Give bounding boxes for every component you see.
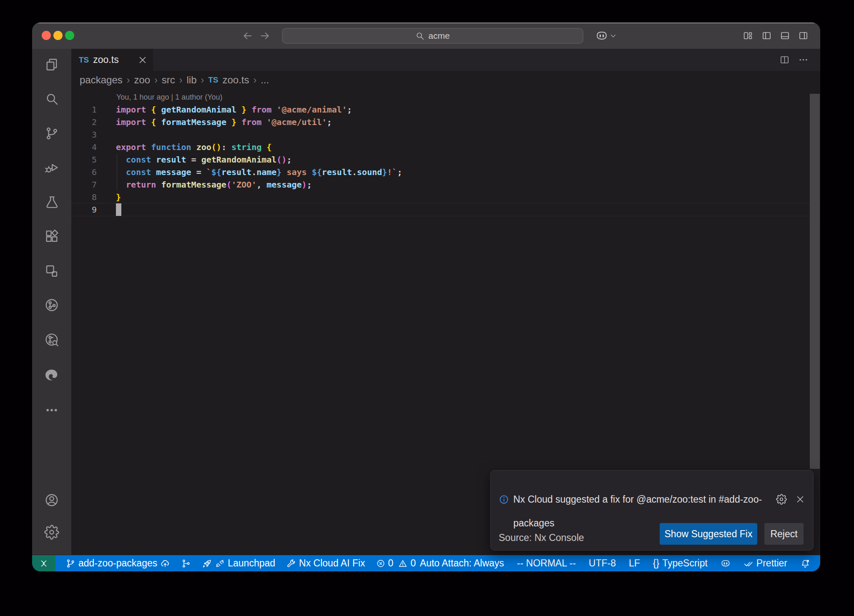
- toggle-panel-icon[interactable]: [780, 30, 790, 41]
- code-token: 'ZOO': [231, 180, 256, 190]
- search-value: acme: [428, 31, 450, 41]
- code-token: }: [382, 167, 387, 177]
- tab-zoo-ts[interactable]: TS zoo.ts: [71, 49, 153, 71]
- statusbar-vim-mode[interactable]: -- NORMAL --: [517, 558, 576, 569]
- statusbar-auto-attach[interactable]: Auto Attach: Always: [420, 558, 504, 569]
- customize-layout-icon[interactable]: [743, 30, 753, 41]
- code-token: (): [276, 155, 286, 165]
- statusbar-eol[interactable]: LF: [629, 558, 640, 569]
- check-all-icon: [743, 558, 754, 568]
- breadcrumb-file[interactable]: zoo.ts: [222, 74, 249, 86]
- testing-icon[interactable]: [44, 195, 59, 210]
- statusbar-copilot[interactable]: [721, 558, 731, 568]
- search-icon[interactable]: [44, 91, 59, 106]
- code-token: getRandomAnimal: [156, 105, 241, 115]
- code-line-9: 9: [71, 203, 820, 216]
- breadcrumb-lib[interactable]: lib: [186, 74, 196, 86]
- line-number: 3: [71, 128, 97, 141]
- code-line-6: 6 const message = `${result.name} says $…: [71, 166, 820, 178]
- line-number: 8: [71, 191, 97, 203]
- code-token: from: [236, 117, 266, 127]
- command-center-search[interactable]: acme: [282, 28, 583, 44]
- code-token: const: [116, 155, 156, 165]
- statusbar-nx-cloud-fix[interactable]: Nx Cloud AI Fix: [286, 558, 365, 569]
- code-token: ;: [307, 180, 312, 190]
- breadcrumb-packages[interactable]: packages: [80, 74, 123, 86]
- code-token: .: [352, 167, 357, 177]
- statusbar-language[interactable]: {} TypeScript: [653, 558, 708, 569]
- minimize-window-button[interactable]: [53, 31, 63, 40]
- remote-indicator[interactable]: [32, 555, 55, 571]
- code-line-5: 5 const result = getRandomAnimal();: [71, 153, 820, 166]
- branch-name: add-zoo-packages: [78, 558, 157, 569]
- code-token: ;: [327, 117, 332, 127]
- code-token: result: [322, 167, 352, 177]
- copilot-status-icon: [721, 558, 731, 568]
- code-token: getRandomAnimal: [201, 155, 277, 165]
- code-token: '@acme/animal': [276, 105, 347, 115]
- zoom-window-button[interactable]: [65, 31, 74, 40]
- code-line-8: 8}: [71, 191, 820, 203]
- code-line-7: 7 return formatMessage('ZOO', message);: [71, 178, 820, 191]
- code-token: =: [191, 167, 206, 177]
- edge-browser-icon[interactable]: [44, 368, 59, 383]
- statusbar-launchpad[interactable]: Launchpad: [202, 558, 275, 569]
- breadcrumb-separator: ›: [253, 75, 256, 86]
- statusbar-notifications[interactable]: [800, 558, 810, 568]
- code-token: function: [151, 142, 196, 152]
- breadcrumb-overflow[interactable]: ...: [261, 74, 269, 86]
- copilot-icon[interactable]: [595, 30, 608, 42]
- run-debug-icon[interactable]: [44, 160, 59, 175]
- extensions-icon[interactable]: [44, 229, 59, 244]
- search-icon: [415, 31, 424, 40]
- code-token: [261, 142, 266, 152]
- breadcrumb-separator: ›: [201, 75, 204, 86]
- tab-close-icon[interactable]: [138, 55, 148, 65]
- launchpad-label: Launchpad: [228, 558, 275, 569]
- close-window-button[interactable]: [42, 31, 51, 40]
- code-token: ): [302, 180, 307, 190]
- braces-icon: {}: [653, 558, 659, 569]
- forward-arrow-icon[interactable]: [259, 30, 271, 42]
- breadcrumb-separator: ›: [127, 75, 130, 86]
- graph-circle-icon[interactable]: [44, 298, 59, 313]
- toggle-primary-sidebar-icon[interactable]: [761, 30, 772, 41]
- reject-button[interactable]: Reject: [764, 523, 804, 545]
- statusbar-formatter[interactable]: Prettier: [743, 558, 787, 569]
- code-token: .: [251, 167, 256, 177]
- code-token: return: [116, 180, 161, 190]
- status-bar: add-zoo-packages Launchpad Nx Cloud AI F…: [32, 555, 820, 571]
- code-token: ${: [312, 167, 322, 177]
- source-control-icon[interactable]: [44, 126, 59, 141]
- statusbar-encoding[interactable]: UTF-8: [589, 558, 616, 569]
- graph-search-icon[interactable]: [44, 332, 59, 347]
- title-bar: acme: [32, 23, 820, 49]
- notification-settings-icon[interactable]: [776, 494, 787, 505]
- line-number: 7: [71, 178, 97, 191]
- auto-attach-label: Auto Attach: Always: [420, 558, 504, 569]
- statusbar-problems[interactable]: 0 0: [376, 558, 416, 569]
- windows-icon[interactable]: [44, 263, 59, 278]
- explorer-icon[interactable]: [44, 57, 59, 72]
- account-icon[interactable]: [44, 493, 59, 508]
- statusbar-branch[interactable]: add-zoo-packages: [65, 558, 170, 569]
- more-views-icon[interactable]: [44, 403, 59, 418]
- chevron-down-icon[interactable]: [610, 33, 617, 40]
- encoding-label: UTF-8: [589, 558, 616, 569]
- code-token: `: [206, 167, 211, 177]
- rocket-icon: [202, 558, 212, 568]
- git-branch-icon: [65, 558, 75, 568]
- show-suggested-fix-button[interactable]: Show Suggested Fix: [660, 523, 757, 545]
- breadcrumb-zoo[interactable]: zoo: [134, 74, 150, 86]
- code-token: (): [211, 142, 221, 152]
- split-editor-icon[interactable]: [779, 55, 790, 65]
- statusbar-source-control-graph[interactable]: [181, 558, 191, 568]
- code-token: says: [281, 167, 311, 177]
- settings-icon[interactable]: [44, 525, 59, 540]
- more-actions-icon[interactable]: [798, 55, 809, 65]
- breadcrumb-src[interactable]: src: [162, 74, 175, 86]
- back-arrow-icon[interactable]: [241, 30, 254, 42]
- toggle-secondary-sidebar-icon[interactable]: [798, 30, 809, 41]
- editor-scrollbar[interactable]: [810, 94, 820, 469]
- notification-close-icon[interactable]: [795, 494, 805, 504]
